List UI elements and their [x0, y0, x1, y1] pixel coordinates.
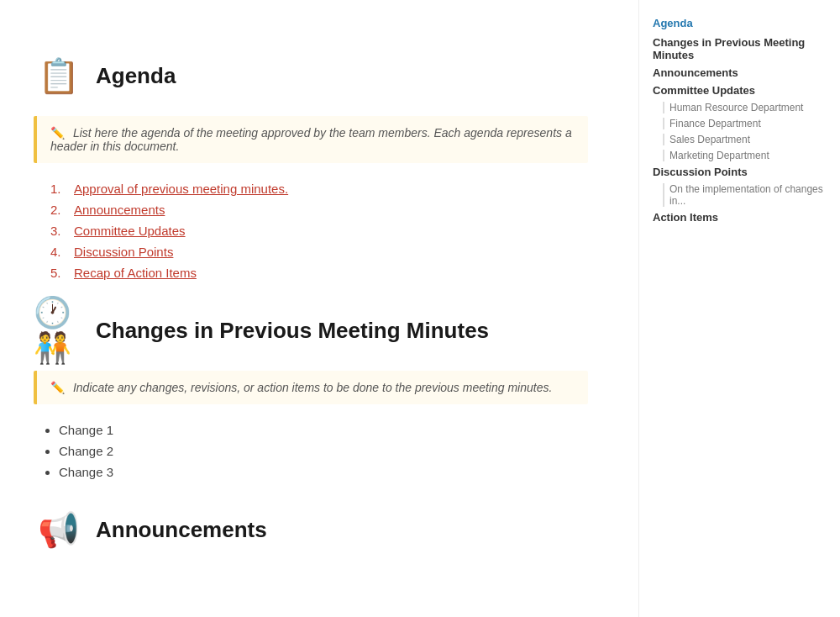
sidebar-item-committee-updates[interactable]: Committee Updates [653, 84, 827, 97]
agenda-section: 📋 Agenda ✏️ List here the agenda of the … [34, 50, 588, 280]
agenda-list-item[interactable]: 4.Discussion Points [50, 245, 588, 259]
changes-tip-box: ✏️ Indicate any changes, revisions, or a… [34, 371, 588, 404]
changes-list-item: Change 2 [59, 444, 588, 458]
sidebar: AgendaChanges in Previous Meeting Minute… [638, 0, 840, 617]
agenda-list-item[interactable]: 1.Approval of previous meeting minutes. [50, 182, 588, 196]
pencil-icon-2: ✏️ [50, 381, 65, 394]
main-content: 📋 Agenda ✏️ List here the agenda of the … [0, 0, 622, 617]
sidebar-subitem[interactable]: Finance Department [663, 118, 827, 129]
changes-list: Change 1Change 2Change 3 [34, 423, 588, 479]
sidebar-section: Agenda [653, 17, 827, 29]
agenda-icon: 📋 [34, 50, 84, 101]
sidebar-subitem[interactable]: Marketing Department [663, 150, 827, 161]
changes-section: 🕐🧑‍🤝‍🧑 Changes in Previous Meeting Minut… [34, 305, 588, 479]
agenda-list-item[interactable]: 3.Committee Updates [50, 224, 588, 238]
announcements-section: 📢 Announcements [34, 504, 588, 555]
changes-header: 🕐🧑‍🤝‍🧑 Changes in Previous Meeting Minut… [34, 305, 588, 356]
sidebar-section: Committee UpdatesHuman Resource Departme… [653, 84, 827, 161]
sidebar-item-announcements[interactable]: Announcements [653, 66, 827, 79]
agenda-list-item[interactable]: 2.Announcements [50, 203, 588, 217]
sidebar-subitem[interactable]: Sales Department [663, 134, 827, 145]
agenda-list-item[interactable]: 5.Recap of Action Items [50, 266, 588, 280]
changes-list-item: Change 1 [59, 423, 588, 437]
sidebar-subitem[interactable]: On the implementation of changes in... [663, 183, 827, 207]
sidebar-section: Changes in Previous Meeting Minutes [653, 36, 827, 61]
changes-tip-text: Indicate any changes, revisions, or acti… [73, 381, 552, 394]
sidebar-item-action-items[interactable]: Action Items [653, 211, 827, 224]
announcements-title: Announcements [96, 517, 267, 543]
changes-list-item: Change 3 [59, 465, 588, 479]
changes-title: Changes in Previous Meeting Minutes [96, 318, 489, 344]
agenda-tip-text: List here the agenda of the meeting appr… [50, 126, 572, 153]
sidebar-section: Announcements [653, 66, 827, 79]
sidebar-item-discussion-points[interactable]: Discussion Points [653, 166, 827, 178]
changes-icon: 🕐🧑‍🤝‍🧑 [34, 305, 84, 356]
agenda-tip-box: ✏️ List here the agenda of the meeting a… [34, 116, 588, 163]
sidebar-section: Action Items [653, 211, 827, 224]
announcements-icon: 📢 [34, 504, 84, 555]
sidebar-subitem[interactable]: Human Resource Department [663, 102, 827, 113]
agenda-list: 1.Approval of previous meeting minutes.2… [50, 182, 588, 280]
sidebar-item-changes-in-previous-meeting-mi[interactable]: Changes in Previous Meeting Minutes [653, 36, 827, 61]
sidebar-item-agenda[interactable]: Agenda [653, 17, 827, 29]
sidebar-section: Discussion PointsOn the implementation o… [653, 166, 827, 207]
agenda-title: Agenda [96, 63, 176, 89]
announcements-header: 📢 Announcements [34, 504, 588, 555]
agenda-header: 📋 Agenda [34, 50, 588, 101]
pencil-icon: ✏️ [50, 126, 65, 140]
